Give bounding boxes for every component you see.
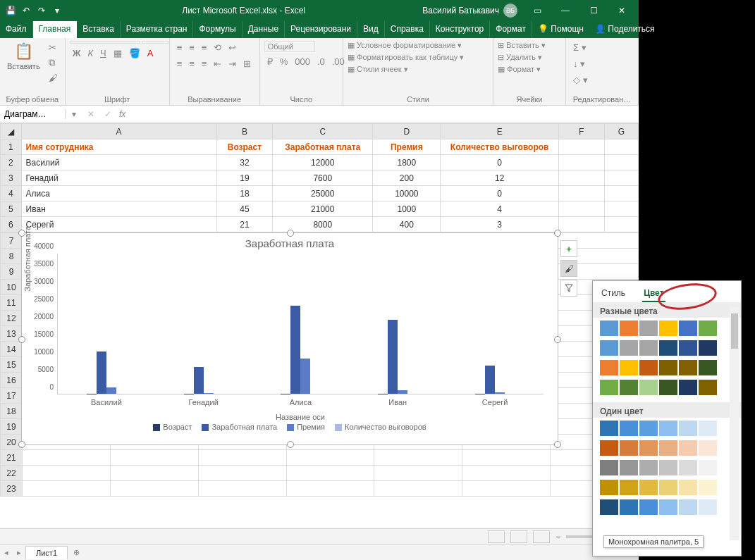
fill-color-icon[interactable]: 🪣 — [126, 46, 143, 60]
conditional-formatting-button[interactable]: ▦ Условное форматирование ▾ — [348, 41, 462, 50]
cell[interactable]: 7600 — [273, 170, 373, 186]
tab-view[interactable]: Вид — [357, 21, 385, 38]
tab-file[interactable]: Файл — [0, 21, 33, 38]
row-header[interactable]: 16 — [1, 373, 23, 388]
row-header[interactable]: 11 — [1, 295, 23, 311]
col-header[interactable]: F — [558, 124, 604, 139]
tab-review[interactable]: Рецензировани — [285, 21, 357, 38]
align-right-icon[interactable]: ≡ — [199, 57, 210, 70]
number-format-combo[interactable]: Общий — [264, 41, 315, 52]
palette-option[interactable] — [600, 380, 734, 395]
palette-option[interactable] — [600, 480, 734, 495]
indent-dec-icon[interactable]: ⇤ — [211, 57, 224, 70]
cell-styles-button[interactable]: ▦ Стили ячеек ▾ — [348, 65, 408, 74]
align-top-icon[interactable]: ≡ — [174, 41, 185, 54]
save-icon[interactable]: 💾 — [3, 3, 18, 18]
cell[interactable]: 32 — [216, 155, 273, 170]
fx-icon[interactable]: fx — [119, 109, 125, 119]
tab-insert[interactable]: Вставка — [77, 21, 121, 38]
align-mid-icon[interactable]: ≡ — [186, 41, 197, 54]
cell[interactable]: 0 — [441, 186, 558, 201]
name-box-dropdown-icon[interactable]: ▾ — [66, 109, 82, 119]
sheet-nav-next-icon[interactable]: ▸ — [13, 548, 25, 557]
row-header[interactable]: 12 — [1, 311, 23, 326]
font-size-combo[interactable] — [142, 41, 168, 44]
percent-icon[interactable]: % — [277, 55, 291, 68]
row-header[interactable]: 22 — [1, 466, 23, 481]
tab-help[interactable]: Справка — [385, 21, 430, 38]
cell[interactable]: 400 — [373, 217, 441, 232]
comma-icon[interactable]: 000 — [292, 55, 313, 68]
format-as-table-button[interactable]: ▦ Форматировать как таблицу ▾ — [348, 53, 464, 62]
row-header[interactable]: 14 — [1, 342, 23, 357]
delete-cells-button[interactable]: ⊟ Удалить ▾ — [498, 53, 542, 62]
row-header[interactable]: 10 — [1, 280, 23, 295]
cell[interactable]: 18 — [216, 186, 273, 201]
row-header[interactable]: 19 — [1, 419, 23, 435]
font-color-button[interactable]: А — [145, 46, 156, 60]
page-break-view-icon[interactable] — [533, 530, 550, 543]
insert-cells-button[interactable]: ⊞ Вставить ▾ — [498, 41, 546, 50]
row-header[interactable]: 21 — [1, 450, 23, 466]
cell[interactable]: 1800 — [373, 155, 441, 170]
cell[interactable]: Генадий — [21, 170, 216, 186]
cell[interactable]: Возраст — [216, 139, 273, 155]
cell[interactable]: Имя сотрудника — [21, 139, 216, 155]
chart-plot-area[interactable]: Заработная плата Название оси 0500010000… — [57, 254, 544, 394]
col-header[interactable]: G — [604, 124, 638, 139]
underline-button[interactable]: Ч — [97, 46, 109, 60]
row-header[interactable]: 6 — [1, 217, 22, 232]
row-header[interactable]: 2 — [1, 155, 22, 170]
cell[interactable]: 4 — [441, 201, 558, 217]
palette-option[interactable] — [600, 340, 734, 356]
minimize-icon[interactable]: — — [551, 0, 579, 21]
orientation-icon[interactable]: ⟲ — [211, 41, 224, 54]
copy-icon[interactable]: ⧉ — [46, 56, 61, 70]
currency-icon[interactable]: ₽ — [264, 55, 276, 68]
ribbon-options-icon[interactable]: ▭ — [523, 0, 551, 21]
cell[interactable]: 200 — [373, 170, 441, 186]
cell[interactable]: 0 — [441, 155, 558, 170]
col-header[interactable]: B — [216, 124, 273, 139]
zoom-out-icon[interactable]: − — [555, 532, 560, 542]
cancel-formula-icon[interactable]: ✕ — [82, 109, 99, 119]
select-all[interactable]: ◢ — [1, 124, 22, 139]
row-header[interactable]: 23 — [1, 481, 23, 497]
new-sheet-icon[interactable]: ⊕ — [68, 548, 85, 557]
indent-inc-icon[interactable]: ⇥ — [226, 57, 239, 70]
chart-elements-button[interactable]: + — [560, 240, 577, 257]
cell[interactable]: 12000 — [273, 155, 373, 170]
flyout-tab-style[interactable]: Стиль — [600, 285, 627, 302]
font-name-combo[interactable] — [70, 41, 140, 44]
legend-item[interactable]: Возраст — [153, 423, 192, 431]
page-layout-view-icon[interactable] — [510, 530, 527, 543]
undo-icon[interactable]: ↶ — [18, 3, 34, 18]
cell[interactable]: Заработная плата — [273, 139, 373, 155]
palette-option[interactable] — [600, 499, 734, 515]
legend-item[interactable]: Премия — [287, 423, 325, 431]
row-header[interactable]: 1 — [1, 139, 22, 155]
cell[interactable]: Серегй — [21, 217, 216, 232]
cell[interactable]: Иван — [21, 201, 216, 217]
tab-data[interactable]: Данные — [243, 21, 285, 38]
x-axis-label[interactable]: Название оси — [276, 413, 325, 421]
maximize-icon[interactable]: ☐ — [579, 0, 608, 21]
tab-share[interactable]: 👤 Поделиться — [589, 21, 661, 38]
align-left-icon[interactable]: ≡ — [174, 57, 185, 70]
chart-filters-button[interactable] — [560, 280, 577, 297]
clear-icon[interactable]: ◇ ▾ — [570, 73, 591, 87]
italic-button[interactable]: К — [85, 46, 96, 60]
col-header[interactable]: C — [273, 124, 373, 139]
fill-icon[interactable]: ↓ ▾ — [570, 57, 588, 70]
palette-option[interactable] — [600, 321, 734, 336]
cell[interactable]: 1000 — [373, 201, 441, 217]
row-header[interactable]: 9 — [1, 264, 23, 280]
row-header[interactable]: 4 — [1, 186, 22, 201]
cell[interactable]: Алиса — [21, 186, 216, 201]
row-header[interactable]: 5 — [1, 201, 22, 217]
cut-icon[interactable]: ✂ — [46, 41, 61, 54]
cell[interactable]: 3 — [441, 217, 558, 232]
cell[interactable]: Количество выговоров — [441, 139, 558, 155]
row-header[interactable]: 17 — [1, 388, 23, 404]
sheet-tab[interactable]: Лист1 — [25, 546, 68, 559]
